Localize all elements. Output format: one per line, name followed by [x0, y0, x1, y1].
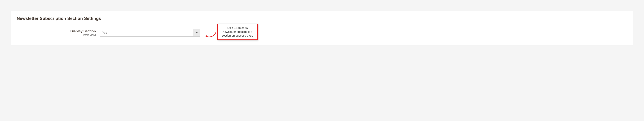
annotation-tooltip: Set YES to show newsletter subscription …: [217, 24, 258, 40]
display-section-label: Display Section: [17, 29, 96, 33]
panel-title: Newsletter Subscription Section Settings: [17, 16, 627, 21]
scope-label: [store view]: [17, 33, 96, 36]
select-value: Yes: [100, 29, 200, 37]
label-column: Display Section [store view]: [17, 29, 96, 36]
annotation-text: Set YES to show newsletter subscription …: [222, 26, 253, 37]
display-section-select[interactable]: Yes: [100, 29, 200, 37]
settings-panel: Newsletter Subscription Section Settings…: [11, 11, 633, 46]
dropdown-caret[interactable]: [193, 29, 200, 37]
display-section-row: Display Section [store view] Yes Set YES…: [17, 29, 627, 37]
annotation-arrow-icon: [204, 30, 216, 39]
chevron-down-icon: [196, 32, 198, 33]
